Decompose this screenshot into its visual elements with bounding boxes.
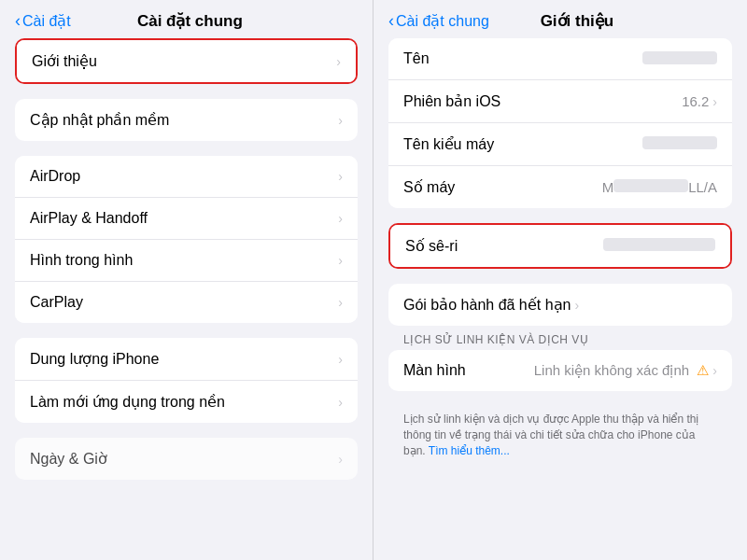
detail-group-warranty: Gói bảo hành đã hết hạn › bbox=[388, 284, 732, 326]
ten-kieu-may-value bbox=[515, 136, 717, 152]
man-hinh-label: Màn hình bbox=[403, 362, 515, 379]
cap-nhat-label: Cập nhật phần mềm bbox=[30, 111, 338, 129]
ngay-gio-label: Ngày & Giờ bbox=[30, 450, 338, 468]
settings-row-gioi-thieu[interactable]: Giới thiệu › bbox=[17, 40, 356, 82]
phien-ban-value: 16.2 bbox=[515, 93, 709, 109]
right-panel: ‹ Cài đặt chung Giới thiệu Tên Phiên bản… bbox=[374, 0, 747, 560]
settings-row-lam-moi[interactable]: Làm mới ứng dụng trong nền › bbox=[15, 381, 358, 423]
so-se-ri-label: Số sê-ri bbox=[405, 237, 517, 255]
detail-group-main: Tên Phiên bản iOS 16.2 › Tên kiểu máy Số… bbox=[388, 38, 732, 208]
left-header-title: Cài đặt chung bbox=[78, 11, 302, 31]
so-may-value: M LL/A bbox=[515, 179, 717, 195]
detail-group-history: Màn hình Linh kiện không xác định ⚠ › bbox=[388, 350, 732, 391]
learn-more-link[interactable]: Tìm hiểu thêm... bbox=[429, 444, 510, 457]
gioi-thieu-chevron-icon: › bbox=[336, 54, 341, 69]
settings-row-hinh-trong-hinh[interactable]: Hình trong hình › bbox=[15, 240, 358, 282]
detail-row-man-hinh[interactable]: Màn hình Linh kiện không xác định ⚠ › bbox=[388, 350, 732, 391]
airplay-label: AirPlay & Handoff bbox=[30, 210, 338, 227]
settings-row-ngay-gio[interactable]: Ngày & Giờ › bbox=[15, 438, 358, 480]
carplay-label: CarPlay bbox=[30, 294, 338, 311]
so-se-ri-blurred bbox=[603, 238, 715, 251]
settings-row-airdrop[interactable]: AirDrop › bbox=[15, 156, 358, 198]
left-settings-content: Giới thiệu › Cập nhật phần mềm › AirDrop… bbox=[0, 38, 373, 560]
left-back-button[interactable]: ‹ Cài đặt bbox=[15, 11, 71, 31]
dung-luong-label: Dung lượng iPhone bbox=[30, 350, 338, 368]
left-panel: ‹ Cài đặt Cài đặt chung Giới thiệu › Cập… bbox=[0, 0, 374, 560]
airdrop-label: AirDrop bbox=[30, 168, 338, 185]
detail-row-ten-kieu-may: Tên kiểu máy bbox=[388, 123, 732, 166]
settings-group-airdrop: AirDrop › AirPlay & Handoff › Hình trong… bbox=[15, 156, 358, 323]
ten-label: Tên bbox=[403, 50, 515, 67]
detail-row-phien-ban[interactable]: Phiên bản iOS 16.2 › bbox=[388, 80, 732, 123]
settings-row-dung-luong[interactable]: Dung lượng iPhone › bbox=[15, 338, 358, 381]
detail-row-so-may: Số máy M LL/A bbox=[388, 166, 732, 208]
bao-hanh-chevron-icon: › bbox=[574, 298, 579, 313]
warning-icon: ⚠ bbox=[697, 362, 709, 378]
detail-row-ten: Tên bbox=[388, 38, 732, 80]
phien-ban-label: Phiên bản iOS bbox=[403, 92, 515, 110]
right-back-button[interactable]: ‹ Cài đặt chung bbox=[388, 11, 489, 31]
cap-nhat-chevron-icon: › bbox=[338, 113, 343, 128]
airdrop-chevron-icon: › bbox=[338, 169, 343, 184]
settings-row-airplay[interactable]: AirPlay & Handoff › bbox=[15, 198, 358, 240]
ten-kieu-may-blurred bbox=[642, 136, 717, 149]
hinh-trong-hinh-label: Hình trong hình bbox=[30, 252, 338, 269]
bao-hanh-label: Gói bảo hành đã hết hạn bbox=[403, 296, 571, 314]
so-may-blurred bbox=[613, 179, 688, 192]
ngay-gio-chevron-icon: › bbox=[338, 452, 343, 467]
dung-luong-chevron-icon: › bbox=[338, 352, 343, 367]
ten-kieu-may-label: Tên kiểu máy bbox=[403, 135, 515, 153]
right-back-label[interactable]: Cài đặt chung bbox=[396, 12, 489, 30]
man-hinh-value: Linh kiện không xác định ⚠ bbox=[515, 362, 709, 379]
settings-row-cap-nhat[interactable]: Cập nhật phần mềm › bbox=[15, 99, 358, 141]
settings-group-gioi-thieu: Giới thiệu › bbox=[15, 38, 358, 84]
lam-moi-label: Làm mới ứng dụng trong nền bbox=[30, 393, 338, 411]
settings-group-dung-luong: Dung lượng iPhone › Làm mới ứng dụng tro… bbox=[15, 338, 358, 423]
detail-row-bao-hanh[interactable]: Gói bảo hành đã hết hạn › bbox=[388, 284, 732, 326]
phien-ban-chevron-icon: › bbox=[712, 94, 717, 109]
so-may-label: Số máy bbox=[403, 178, 515, 196]
history-info-text: Lịch sử linh kiện và dịch vụ được Apple … bbox=[388, 406, 732, 466]
ten-value bbox=[515, 51, 717, 67]
gioi-thieu-label: Giới thiệu bbox=[32, 52, 336, 70]
settings-group-cap-nhat: Cập nhật phần mềm › bbox=[15, 99, 358, 141]
right-detail-content: Tên Phiên bản iOS 16.2 › Tên kiểu máy Số… bbox=[374, 38, 747, 560]
so-se-ri-value bbox=[517, 238, 715, 254]
right-header: ‹ Cài đặt chung Giới thiệu bbox=[374, 0, 747, 38]
lam-moi-chevron-icon: › bbox=[338, 395, 343, 410]
settings-group-ngay-gio: Ngày & Giờ › bbox=[15, 438, 358, 480]
airplay-chevron-icon: › bbox=[338, 211, 343, 226]
detail-row-so-se-ri: Số sê-ri bbox=[390, 225, 730, 267]
carplay-chevron-icon: › bbox=[338, 295, 343, 310]
man-hinh-chevron-icon: › bbox=[712, 363, 717, 378]
left-back-label[interactable]: Cài đặt bbox=[22, 12, 71, 30]
history-section-header: LỊCH SỬ LINH KIỆN VÀ DỊCH VỤ bbox=[388, 326, 732, 350]
right-header-title: Giới thiệu bbox=[497, 11, 657, 31]
left-header: ‹ Cài đặt Cài đặt chung bbox=[0, 0, 373, 38]
settings-row-carplay[interactable]: CarPlay › bbox=[15, 282, 358, 323]
right-back-chevron-icon: ‹ bbox=[388, 11, 394, 31]
ten-blurred bbox=[642, 51, 717, 64]
left-back-chevron-icon: ‹ bbox=[15, 11, 21, 31]
detail-group-serial: Số sê-ri bbox=[388, 223, 732, 269]
hinh-trong-hinh-chevron-icon: › bbox=[338, 253, 343, 268]
man-hinh-value-text: Linh kiện không xác định bbox=[534, 362, 689, 378]
